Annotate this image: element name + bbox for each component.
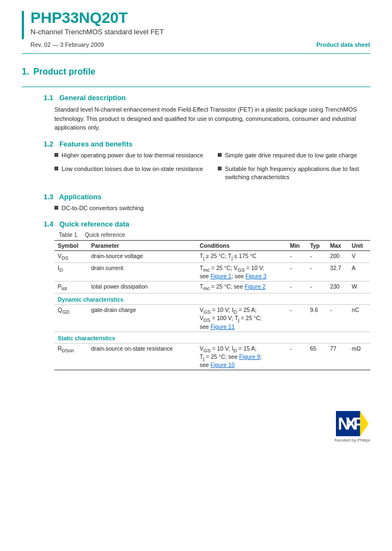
- product-subtitle: N-channel TrenchMOS standard level FET: [30, 28, 164, 36]
- cell-unit: mΩ: [348, 343, 370, 370]
- cell-typ: -: [307, 263, 327, 281]
- subsection-1-2: 1.2 Features and benefits Higher operati…: [22, 140, 370, 185]
- table-row: ID drain current Tmc = 25 °C; VGS = 10 V…: [54, 263, 370, 281]
- table-category-row: Dynamic characteristics: [54, 293, 370, 305]
- cell-typ: -: [307, 281, 327, 293]
- main-content: 1. Product profile 1.1 General descripti…: [0, 54, 392, 389]
- cell-min: -: [286, 263, 307, 281]
- cell-max: 32.7: [327, 263, 348, 281]
- bullet-icon: [218, 167, 222, 170]
- col-symbol: Symbol: [54, 241, 88, 251]
- cell-conditions: VGS = 10 V; ID = 25 A;VDS = 100 V; Tj = …: [197, 305, 287, 332]
- cell-parameter: drain current: [88, 263, 196, 281]
- category-label: Static characteristics: [54, 332, 370, 343]
- col-conditions: Conditions: [197, 241, 287, 251]
- application-item: DC-to-DC convertors switching: [54, 204, 370, 212]
- table-row: VDS drain-source voltage Tj ≥ 25 °C; Tj …: [54, 251, 370, 263]
- sub14-heading: 1.4 Quick reference data: [44, 220, 370, 228]
- col-typ: Typ: [307, 241, 327, 251]
- cell-conditions: VGS = 10 V; ID = 15 A;Tj = 25 °C; see Fi…: [197, 343, 287, 370]
- col-parameter: Parameter: [88, 241, 196, 251]
- cell-symbol: Ptot: [54, 281, 88, 293]
- table-row: Ptot total power dissipation Tmc = 25 °C…: [54, 281, 370, 293]
- cell-min: -: [286, 281, 307, 293]
- sub13-heading: 1.3 Applications: [44, 193, 370, 201]
- bullet-icon: [54, 167, 58, 170]
- figure2-link[interactable]: Figure 2: [244, 283, 266, 290]
- feature-text: Low conduction losses due to low on-stat…: [62, 165, 203, 173]
- bullet-icon: [54, 206, 58, 210]
- nxp-logo: N X P founded by Philips: [335, 411, 370, 443]
- figure3-link[interactable]: Figure 3: [246, 273, 267, 279]
- cell-parameter: drain-source voltage: [88, 251, 196, 263]
- features-grid: Higher operating power due to low therma…: [54, 151, 370, 185]
- cell-symbol: QGD: [54, 305, 88, 332]
- table-label: Table 1. Quick reference: [54, 231, 370, 238]
- revision-text: Rev. 02 — 3 February 2009: [30, 41, 104, 48]
- col-unit: Unit: [348, 241, 370, 251]
- bullet-icon: [218, 153, 222, 157]
- product-title: PHP33NQ20T: [30, 10, 164, 27]
- cell-max: 230: [327, 281, 348, 293]
- cell-unit: V: [348, 251, 370, 263]
- col-max: Max: [327, 241, 348, 251]
- figure1-link[interactable]: Figure 1: [211, 273, 232, 279]
- feature-text: Suitable for high frequency applications…: [225, 165, 370, 182]
- cell-min: -: [286, 305, 307, 332]
- sub11-heading: 1.1 General description: [44, 94, 370, 102]
- nxp-logo-svg: N X P: [336, 411, 369, 437]
- bullet-icon: [54, 153, 58, 157]
- nxp-tagline: founded by Philips: [335, 438, 370, 443]
- table-category-row: Static characteristics: [54, 332, 370, 343]
- subsection-1-4: 1.4 Quick reference data Table 1. Quick …: [22, 220, 370, 370]
- cell-parameter: gate-drain charge: [88, 305, 196, 332]
- quick-reference-table: Symbol Parameter Conditions Min Typ Max …: [54, 240, 370, 370]
- cell-parameter: total power dissipation: [88, 281, 196, 293]
- cell-unit: W: [348, 281, 370, 293]
- subsection-1-1: 1.1 General description Standard level N…: [22, 94, 370, 132]
- figure11-link[interactable]: Figure 11: [211, 323, 235, 330]
- cell-unit: A: [348, 263, 370, 281]
- cell-conditions: Tj ≥ 25 °C; Tj ≤ 175 °C: [197, 251, 287, 263]
- feature-item: Suitable for high frequency applications…: [218, 165, 370, 182]
- feature-item: Simple gate drive required due to low ga…: [218, 151, 370, 160]
- figure9-link[interactable]: Figure 9: [239, 353, 260, 360]
- accent-bar: [22, 11, 24, 39]
- feature-item: Higher operating power due to low therma…: [54, 151, 207, 160]
- cell-symbol: RDSon: [54, 343, 88, 370]
- cell-max: 77: [327, 343, 348, 370]
- table-row: RDSon drain-source on-state resistance V…: [54, 343, 370, 370]
- subsection-1-3: 1.3 Applications DC-to-DC convertors swi…: [22, 193, 370, 212]
- cell-min: -: [286, 343, 307, 370]
- category-label: Dynamic characteristics: [54, 293, 370, 305]
- sub13-body: DC-to-DC convertors switching: [54, 204, 370, 212]
- feature-text: Higher operating power due to low therma…: [62, 151, 203, 160]
- application-text: DC-to-DC convertors switching: [62, 204, 144, 212]
- table-header-row: Symbol Parameter Conditions Min Typ Max …: [54, 241, 370, 251]
- cell-symbol: ID: [54, 263, 88, 281]
- sub12-heading: 1.2 Features and benefits: [44, 140, 370, 148]
- feature-text: Simple gate drive required due to low ga…: [225, 151, 357, 160]
- cell-max: 200: [327, 251, 348, 263]
- cell-typ: 65: [307, 343, 327, 370]
- cell-symbol: VDS: [54, 251, 88, 263]
- cell-unit: nC: [348, 305, 370, 332]
- section1-number: 1.: [22, 67, 29, 77]
- cell-typ: -: [307, 251, 327, 263]
- page-header: PHP33NQ20T N-channel TrenchMOS standard …: [0, 0, 392, 53]
- cell-typ: 9.6: [307, 305, 327, 332]
- cell-conditions: Tmc = 25 °C; VGS = 10 V;see Figure 1; se…: [197, 263, 287, 281]
- cell-conditions: Tmc = 25 °C; see Figure 2: [197, 281, 287, 293]
- page-footer: N X P founded by Philips: [0, 400, 392, 454]
- table-row: QGD gate-drain charge VGS = 10 V; ID = 2…: [54, 305, 370, 332]
- section1-title: Product profile: [33, 67, 95, 77]
- cell-max: -: [327, 305, 348, 332]
- header-meta: Rev. 02 — 3 February 2009 Product data s…: [22, 41, 370, 48]
- figure10-link[interactable]: Figure 10: [211, 362, 235, 368]
- col-min: Min: [286, 241, 307, 251]
- cell-parameter: drain-source on-state resistance: [88, 343, 196, 370]
- sub11-body: Standard level N-channel enhancement mod…: [54, 105, 370, 132]
- feature-item: Low conduction losses due to low on-stat…: [54, 165, 207, 182]
- doc-type-label: Product data sheet: [316, 41, 370, 48]
- cell-min: -: [286, 251, 307, 263]
